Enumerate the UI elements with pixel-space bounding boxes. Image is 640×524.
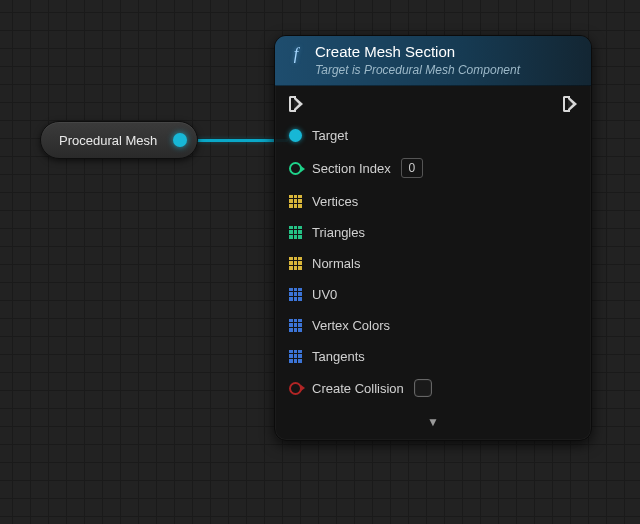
exec-row xyxy=(289,96,577,112)
section-index-label: Section Index xyxy=(312,161,391,176)
create-collision-checkbox[interactable] xyxy=(414,379,432,397)
normals-pin[interactable] xyxy=(289,257,302,270)
output-pin-object[interactable] xyxy=(173,133,187,147)
node-header[interactable]: f Create Mesh Section Target is Procedur… xyxy=(275,36,591,86)
section-index-pin[interactable] xyxy=(289,162,302,175)
vertex-colors-pin[interactable] xyxy=(289,319,302,332)
pin-row-vertex-colors: Vertex Colors xyxy=(289,317,577,333)
expand-toggle[interactable]: ▼ xyxy=(289,412,577,434)
function-node-create-mesh-section[interactable]: f Create Mesh Section Target is Procedur… xyxy=(274,35,592,441)
node-title: Create Mesh Section xyxy=(315,43,520,61)
vertices-label: Vertices xyxy=(312,194,358,209)
node-body: Target Section Index 0 Vertices Triangle… xyxy=(275,86,591,440)
variable-node-label: Procedural Mesh xyxy=(59,133,157,148)
pin-row-vertices: Vertices xyxy=(289,193,577,209)
tangents-pin[interactable] xyxy=(289,350,302,363)
pin-row-triangles: Triangles xyxy=(289,224,577,240)
tangents-label: Tangents xyxy=(312,349,365,364)
vertex-colors-label: Vertex Colors xyxy=(312,318,390,333)
target-pin[interactable] xyxy=(289,129,302,142)
pin-row-target: Target xyxy=(289,127,577,143)
triangles-label: Triangles xyxy=(312,225,365,240)
section-index-input[interactable]: 0 xyxy=(401,158,423,178)
pin-row-tangents: Tangents xyxy=(289,348,577,364)
vertices-pin[interactable] xyxy=(289,195,302,208)
variable-node-procedural-mesh[interactable]: Procedural Mesh xyxy=(40,121,198,159)
triangles-pin[interactable] xyxy=(289,226,302,239)
exec-in-pin[interactable] xyxy=(289,96,303,112)
pin-row-normals: Normals xyxy=(289,255,577,271)
normals-label: Normals xyxy=(312,256,360,271)
function-icon: f xyxy=(287,45,305,63)
pin-row-section-index: Section Index 0 xyxy=(289,158,577,178)
create-collision-pin[interactable] xyxy=(289,382,302,395)
pin-row-uv0: UV0 xyxy=(289,286,577,302)
uv0-pin[interactable] xyxy=(289,288,302,301)
exec-out-pin[interactable] xyxy=(563,96,577,112)
target-label: Target xyxy=(312,128,348,143)
pin-row-create-collision: Create Collision xyxy=(289,379,577,397)
uv0-label: UV0 xyxy=(312,287,337,302)
node-subtitle: Target is Procedural Mesh Component xyxy=(315,63,520,77)
wire-procedural-mesh-to-target[interactable] xyxy=(188,139,288,142)
create-collision-label: Create Collision xyxy=(312,381,404,396)
